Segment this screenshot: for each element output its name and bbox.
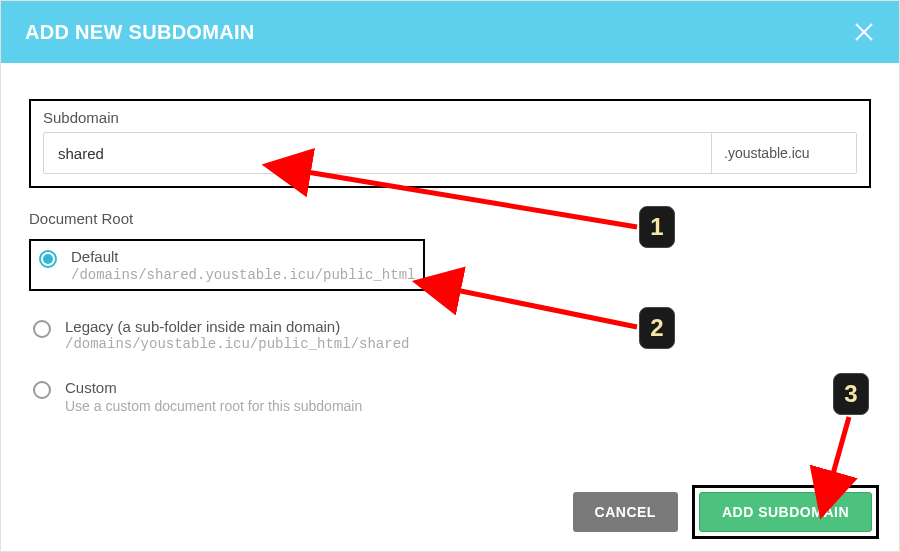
cancel-button[interactable]: CANCEL bbox=[573, 492, 678, 532]
radio-title: Custom bbox=[65, 378, 362, 398]
modal-header: ADD NEW SUBDOMAIN bbox=[1, 1, 899, 63]
subdomain-input[interactable] bbox=[44, 133, 711, 173]
subdomain-suffix: .youstable.icu bbox=[711, 133, 856, 173]
add-subdomain-button[interactable]: ADD SUBDOMAIN bbox=[699, 492, 872, 532]
radio-icon bbox=[33, 320, 51, 338]
radio-description: Use a custom document root for this subd… bbox=[65, 398, 362, 414]
radio-text: Default /domains/shared.youstable.icu/pu… bbox=[71, 247, 415, 283]
annotation-callout-2: 2 bbox=[639, 307, 675, 349]
document-root-label: Document Root bbox=[29, 210, 871, 227]
subdomain-label: Subdomain bbox=[43, 109, 857, 126]
annotation-callout-1: 1 bbox=[639, 206, 675, 248]
annotation-callout-3: 3 bbox=[833, 373, 869, 415]
radio-path: /domains/youstable.icu/public_html/share… bbox=[65, 336, 409, 352]
radio-option-default[interactable]: Default /domains/shared.youstable.icu/pu… bbox=[35, 247, 415, 283]
add-subdomain-modal: ADD NEW SUBDOMAIN Subdomain .youstable.i… bbox=[0, 0, 900, 552]
subdomain-row: .youstable.icu bbox=[43, 132, 857, 174]
radio-title: Default bbox=[71, 247, 415, 267]
radio-text: Legacy (a sub-folder inside main domain)… bbox=[65, 317, 409, 353]
document-root-options: Default /domains/shared.youstable.icu/pu… bbox=[29, 239, 871, 414]
radio-path: /domains/shared.youstable.icu/public_htm… bbox=[71, 267, 415, 283]
modal-title: ADD NEW SUBDOMAIN bbox=[25, 21, 255, 44]
modal-body: Subdomain .youstable.icu Document Root D… bbox=[1, 63, 899, 460]
radio-icon bbox=[39, 250, 57, 268]
radio-option-custom[interactable]: Custom Use a custom document root for th… bbox=[29, 378, 871, 414]
close-button[interactable] bbox=[853, 21, 875, 43]
radio-option-legacy[interactable]: Legacy (a sub-folder inside main domain)… bbox=[29, 317, 871, 353]
close-icon bbox=[853, 21, 875, 43]
modal-footer: CANCEL ADD SUBDOMAIN bbox=[573, 485, 879, 539]
subdomain-field-group: Subdomain .youstable.icu bbox=[29, 99, 871, 188]
radio-title: Legacy (a sub-folder inside main domain) bbox=[65, 317, 409, 337]
add-button-highlight: ADD SUBDOMAIN bbox=[692, 485, 879, 539]
radio-text: Custom Use a custom document root for th… bbox=[65, 378, 362, 414]
radio-option-default-box: Default /domains/shared.youstable.icu/pu… bbox=[29, 239, 425, 291]
radio-icon bbox=[33, 381, 51, 399]
